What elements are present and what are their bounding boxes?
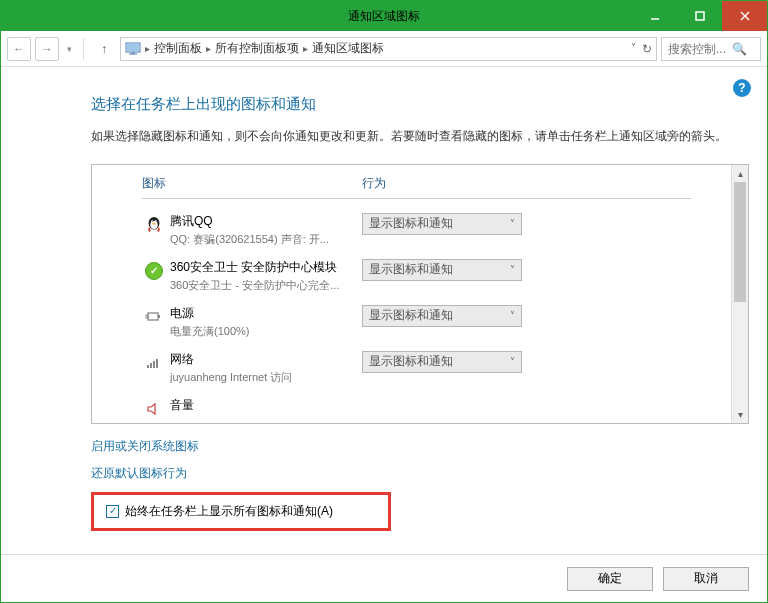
- breadcrumb[interactable]: ▸ 控制面板 ▸ 所有控制面板项 ▸ 通知区域图标 ˅ ↻: [120, 37, 657, 61]
- item-title: 电源: [170, 305, 362, 322]
- scroll-thumb[interactable]: [734, 182, 746, 302]
- up-button[interactable]: ↑: [92, 37, 116, 61]
- chevron-down-icon[interactable]: ˅: [631, 42, 636, 56]
- breadcrumb-sep: ▸: [303, 43, 308, 54]
- breadcrumb-item[interactable]: 通知区域图标: [312, 40, 384, 57]
- refresh-icon[interactable]: ↻: [642, 42, 652, 56]
- chevron-down-icon: ˅: [510, 264, 515, 275]
- select-value: 显示图标和通知: [369, 353, 453, 370]
- select-value: 显示图标和通知: [369, 261, 453, 278]
- help-icon[interactable]: ?: [733, 79, 751, 97]
- close-button[interactable]: [722, 1, 767, 31]
- window-title: 通知区域图标: [348, 8, 420, 25]
- svg-point-12: [152, 221, 153, 222]
- minimize-button[interactable]: [632, 1, 677, 31]
- svg-rect-18: [147, 365, 149, 368]
- select-value: 显示图标和通知: [369, 215, 453, 232]
- always-show-checkbox-row[interactable]: ✓ 始终在任务栏上显示所有图标和通知(A): [91, 492, 391, 531]
- svg-rect-5: [127, 44, 139, 51]
- back-button[interactable]: ←: [7, 37, 31, 61]
- shield-icon: ✓: [142, 259, 166, 283]
- list-header: 图标 行为: [142, 175, 691, 199]
- links-section: 启用或关闭系统图标 还原默认图标行为: [91, 438, 749, 482]
- navbar: ← → ▾ ↑ ▸ 控制面板 ▸ 所有控制面板项 ▸ 通知区域图标 ˅ ↻ 🔍: [1, 31, 767, 67]
- chevron-down-icon: ˅: [510, 356, 515, 367]
- separator: [83, 38, 84, 60]
- arrow-up-icon: ↑: [101, 42, 107, 56]
- forward-button[interactable]: →: [35, 37, 59, 61]
- svg-rect-1: [696, 12, 704, 20]
- content-area: ? 选择在任务栏上出现的图标和通知 如果选择隐藏图标和通知，则不会向你通知更改和…: [1, 67, 767, 554]
- maximize-icon: [695, 11, 705, 21]
- window-controls: [632, 1, 767, 31]
- ok-button[interactable]: 确定: [567, 567, 653, 591]
- search-box[interactable]: 🔍: [661, 37, 761, 61]
- svg-rect-21: [156, 359, 158, 368]
- scroll-track[interactable]: [732, 182, 748, 406]
- svg-rect-19: [150, 363, 152, 368]
- behavior-select[interactable]: 显示图标和通知 ˅: [362, 351, 522, 373]
- behavior-select[interactable]: 显示图标和通知 ˅: [362, 259, 522, 281]
- volume-icon: [142, 397, 166, 421]
- scroll-down-icon[interactable]: ▾: [732, 406, 748, 423]
- page-description: 如果选择隐藏图标和通知，则不会向你通知更改和更新。若要随时查看隐藏的图标，请单击…: [91, 126, 749, 148]
- svg-rect-16: [158, 315, 160, 318]
- restore-defaults-link[interactable]: 还原默认图标行为: [91, 465, 749, 482]
- scrollbar[interactable]: ▴ ▾: [731, 165, 748, 423]
- behavior-select[interactable]: 显示图标和通知 ˅: [362, 305, 522, 327]
- list-item: 电源 电量充满(100%) 显示图标和通知 ˅: [142, 299, 691, 345]
- svg-marker-22: [148, 404, 155, 414]
- svg-point-9: [150, 221, 158, 229]
- history-dropdown[interactable]: ▾: [63, 44, 75, 54]
- svg-rect-17: [146, 315, 148, 318]
- behavior-select[interactable]: 显示图标和通知 ˅: [362, 213, 522, 235]
- item-subtitle: QQ: 赛骗(320621554) 声音: 开...: [170, 232, 360, 247]
- svg-point-13: [156, 221, 157, 222]
- toggle-system-icons-link[interactable]: 启用或关闭系统图标: [91, 438, 749, 455]
- list-item: 网络 juyuanheng Internet 访问 显示图标和通知 ˅: [142, 345, 691, 391]
- arrow-right-icon: →: [41, 42, 53, 56]
- breadcrumb-sep: ▸: [145, 43, 150, 54]
- list-item: ✓ 360安全卫士 安全防护中心模块 360安全卫士 - 安全防护中心完全...…: [142, 253, 691, 299]
- item-title: 360安全卫士 安全防护中心模块: [170, 259, 362, 276]
- close-icon: [740, 11, 750, 21]
- scroll-up-icon[interactable]: ▴: [732, 165, 748, 182]
- search-input[interactable]: [668, 42, 728, 56]
- maximize-button[interactable]: [677, 1, 722, 31]
- item-subtitle: 电量充满(100%): [170, 324, 360, 339]
- window: 通知区域图标 ← → ▾ ↑ ▸ 控制面板 ▸ 所有控制面板项: [0, 0, 768, 603]
- select-value: 显示图标和通知: [369, 307, 453, 324]
- item-title: 网络: [170, 351, 362, 368]
- minimize-icon: [650, 11, 660, 21]
- chevron-down-icon: ˅: [510, 218, 515, 229]
- svg-rect-15: [148, 313, 158, 320]
- wifi-icon: [142, 351, 166, 375]
- footer: 确定 取消: [1, 554, 767, 602]
- page-heading: 选择在任务栏上出现的图标和通知: [91, 95, 749, 114]
- arrow-left-icon: ←: [13, 42, 25, 56]
- breadcrumb-item[interactable]: 控制面板: [154, 40, 202, 57]
- item-title: 音量: [170, 397, 362, 414]
- qq-icon: [142, 213, 166, 237]
- breadcrumb-item[interactable]: 所有控制面板项: [215, 40, 299, 57]
- checkbox-checked-icon[interactable]: ✓: [106, 505, 119, 518]
- checkbox-label: 始终在任务栏上显示所有图标和通知(A): [125, 503, 333, 520]
- chevron-down-icon: ˅: [510, 310, 515, 321]
- item-title: 腾讯QQ: [170, 213, 362, 230]
- titlebar: 通知区域图标: [1, 1, 767, 31]
- icons-panel: 图标 行为 腾讯QQ QQ: 赛骗(320621554) 声音: 开... 显示…: [91, 164, 749, 424]
- search-icon: 🔍: [732, 42, 747, 56]
- item-subtitle: juyuanheng Internet 访问: [170, 370, 360, 385]
- chevron-down-icon: ▾: [67, 44, 72, 54]
- battery-icon: [142, 305, 166, 329]
- svg-point-14: [152, 222, 156, 224]
- cancel-button[interactable]: 取消: [663, 567, 749, 591]
- item-subtitle: 360安全卫士 - 安全防护中心完全...: [170, 278, 360, 293]
- list-item: 腾讯QQ QQ: 赛骗(320621554) 声音: 开... 显示图标和通知 …: [142, 207, 691, 253]
- header-behavior: 行为: [362, 175, 691, 192]
- list-item: 音量: [142, 391, 691, 423]
- header-icon: 图标: [142, 175, 362, 192]
- breadcrumb-sep: ▸: [206, 43, 211, 54]
- icons-list: 图标 行为 腾讯QQ QQ: 赛骗(320621554) 声音: 开... 显示…: [92, 165, 731, 423]
- monitor-icon: [125, 42, 141, 56]
